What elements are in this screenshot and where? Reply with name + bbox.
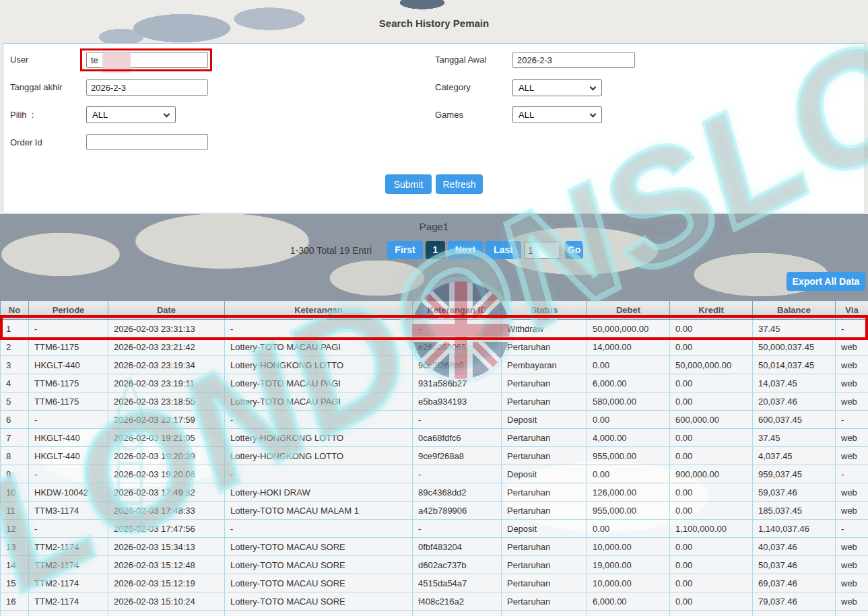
table-row: 15TTM2-11742026-02-03 15:12:19Lottery-TO… (1, 574, 868, 592)
cell-keterangan_id[interactable]: e5ba934193 (413, 392, 502, 411)
cell-keterangan_id[interactable]: 4515da54a7 (413, 574, 502, 592)
table-row: 11TTM3-11742026-02-03 17:48:33Lottery-TO… (1, 502, 868, 520)
table-row: 3HKGLT-4402026-02-03 23:19:34Lottery-HON… (1, 356, 868, 374)
table-row: 9-2026-02-03 19:20:06--Deposit0.00900,00… (1, 465, 868, 483)
cell-periode: - (29, 411, 108, 429)
submit-button[interactable]: Submit (385, 174, 432, 194)
cell-no: 5 (1, 392, 29, 411)
tanggal-akhir-input[interactable] (86, 79, 208, 96)
next-page-button[interactable]: Next (448, 241, 483, 259)
cell-date: 2026-02-03 23:21:42 (108, 338, 225, 356)
cell-keterangan_id[interactable]: f408c216a2 (413, 592, 502, 611)
cell-keterangan_id[interactable]: 9ce9f268a8 (413, 447, 502, 465)
cell-via: web (836, 556, 868, 574)
cell-status: Pertaruhan (502, 429, 587, 447)
cell-kredit (670, 611, 753, 616)
export-all-data-button[interactable]: Export All Data (787, 272, 865, 291)
last-page-button[interactable]: Last (486, 241, 521, 259)
cell-balance: 50,000,037.45 (753, 338, 836, 356)
cell-keterangan_id[interactable]: 931a586b27 (413, 374, 502, 392)
page-number-label: Page1 (0, 221, 868, 232)
cell-debet: 955,000.00 (587, 502, 670, 520)
cell-status: Pembayaran (502, 356, 587, 374)
go-button[interactable]: Go (565, 241, 583, 259)
cell-debet: 14,000.00 (587, 338, 670, 356)
category-select[interactable]: ALL (512, 79, 602, 96)
table-row: 16TTM2-11742026-02-03 15:10:24Lottery-TO… (1, 592, 868, 611)
cell-keterangan_id[interactable]: a42b789906 (413, 502, 502, 520)
cell-kredit: 0.00 (670, 556, 753, 574)
cell-no: 16 (1, 592, 29, 611)
cell-keterangan_id[interactable]: 0ca68fdfc6 (413, 429, 502, 447)
cell-keterangan: - (225, 320, 413, 338)
cell-via: - (836, 520, 868, 538)
cell-via: web (836, 338, 868, 356)
table-row: 1-2026-02-03 23:31:13--Withdraw50,000,00… (1, 320, 868, 338)
cell-debet: 0.00 (587, 411, 670, 429)
cell-kredit: 0.00 (670, 483, 753, 502)
cell-via: web (836, 392, 868, 411)
games-select[interactable]: ALL (512, 106, 602, 123)
cell-kredit: 0.00 (670, 374, 753, 392)
goto-page-input[interactable] (525, 242, 560, 259)
cell-periode (29, 611, 108, 616)
first-page-button[interactable]: First (387, 241, 423, 259)
entries-range-label: 1-300 Total 19 Entri (256, 245, 372, 256)
cell-via: web (836, 538, 868, 556)
cell-balance: 50,037.46 (753, 556, 836, 574)
cell-keterangan: Lottery-TOTO MACAU SORE (225, 538, 413, 556)
cell-debet (587, 611, 670, 616)
cell-via: web (836, 592, 868, 611)
cell-status: Pertaruhan (502, 447, 587, 465)
cell-periode: TTM2-1174 (29, 556, 108, 574)
cell-keterangan: Lottery-TOTO MACAU PAGI (225, 392, 413, 411)
pilih-selected-value: ALL (92, 110, 108, 120)
cell-keterangan_id[interactable]: 89c4368dd2 (413, 483, 502, 502)
search-form-panel: User Tanggal akhir Pilih : ALL Order Id … (3, 43, 865, 213)
cell-date: 2026-02-03 23:18:55 (108, 392, 225, 411)
cell-keterangan_id[interactable]: d602ac737b (413, 556, 502, 574)
cell-date: 2026-02-03 19:21:05 (108, 429, 225, 447)
order-id-input[interactable] (86, 134, 208, 150)
cell-periode: HKGLT-440 (29, 356, 108, 374)
user-input[interactable] (86, 52, 208, 68)
cell-kredit: 0.00 (670, 502, 753, 520)
cell-keterangan_id: - (413, 411, 502, 429)
cell-status (502, 611, 587, 616)
cell-date: 2026-02-03 15:12:19 (108, 574, 225, 592)
cell-keterangan: Lottery-TOTO MACAU SORE (225, 592, 413, 611)
refresh-button[interactable]: Refresh (436, 174, 483, 194)
cell-periode: TTM6-1175 (29, 392, 108, 411)
order-id-label: Order Id (10, 137, 42, 147)
cell-debet: 0.00 (587, 465, 670, 483)
cell-debet: 0.00 (587, 356, 670, 374)
cell-status: Pertaruhan (502, 556, 587, 574)
cell-balance: 4,037.45 (753, 447, 836, 465)
cell-balance: 959,037.45 (753, 465, 836, 483)
cell-periode: HKGLT-440 (29, 447, 108, 465)
cell-balance: 1,140,037.46 (753, 520, 836, 538)
cell-date: 2026-02-03 23:17:59 (108, 411, 225, 429)
cell-keterangan: Lottery-HONGKONG LOTTO (225, 429, 413, 447)
table-row: 10HKDW-100422026-02-03 17:49:32Lottery-H… (1, 483, 868, 502)
cell-periode: TTM2-1174 (29, 538, 108, 556)
cell-kredit: 0.00 (670, 538, 753, 556)
pilih-select[interactable]: ALL (86, 106, 176, 123)
current-page-button[interactable]: 1 (426, 241, 445, 259)
cell-date: 2026-02-03 15:12:48 (108, 556, 225, 574)
cell-keterangan: Lottery-HOKI DRAW (225, 483, 413, 502)
category-label: Category (435, 82, 471, 92)
tanggal-awal-input[interactable] (512, 52, 635, 68)
cell-balance: 50,014,037.45 (753, 356, 836, 374)
cell-periode: HKGLT-440 (29, 429, 108, 447)
table-header-row: NoPeriodeDateKeteranganKeterangan IDStat… (1, 301, 868, 320)
cell-keterangan: Lottery-TOTO MACAU SORE (225, 556, 413, 574)
cell-keterangan_id[interactable]: 0fbf483204 (413, 538, 502, 556)
cell-kredit: 900,000.00 (670, 465, 753, 483)
cell-date: 2026-02-03 17:49:32 (108, 483, 225, 502)
cell-keterangan_id[interactable]: e26c083065 (413, 338, 502, 356)
cell-keterangan_id[interactable]: 9ce9f268a8 (413, 356, 502, 374)
cell-debet: 6,000.00 (587, 374, 670, 392)
cell-kredit: 50,000,000.00 (670, 356, 753, 374)
cell-via: web (836, 429, 868, 447)
